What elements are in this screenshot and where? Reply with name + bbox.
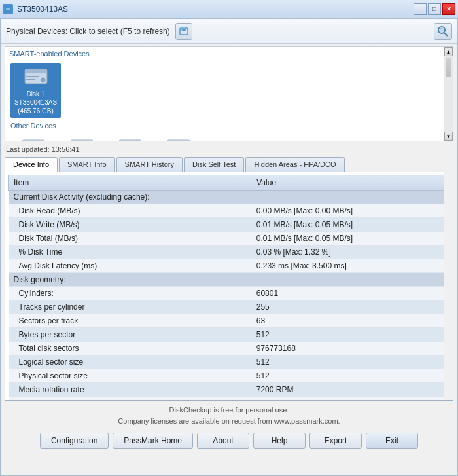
other-device-3[interactable] [107,132,153,141]
maximize-button[interactable]: □ [428,3,441,15]
bottom-bar: Configuration PassMark Home About Help E… [1,429,457,452]
table-row: Disk Write (MB/s)0.01 MB/s [Max: 0.05 MB… [9,218,450,232]
table-cell-value: 512 [251,356,450,369]
window-controls: − □ ✕ [414,3,455,15]
table-cell-value: 512 [251,328,450,342]
tab-smart-info[interactable]: SMART Info [59,157,115,172]
table-row: Disk geometry: [9,273,450,287]
svg-rect-4 [183,29,185,31]
smart-device-list: Disk 1 ST3500413AS (465.76 GB) [8,60,450,120]
col-item: Item [9,175,251,191]
table-row: Logical sector size512 [9,356,450,369]
other-device-4[interactable] [156,132,202,141]
scroll-down-button[interactable]: ▼ [444,132,453,141]
table-row: Bytes per sector512 [9,328,450,342]
tab-device-info[interactable]: Device Info [5,157,58,172]
svg-line-6 [444,33,448,36]
titlebar: ST3500413AS − □ ✕ [0,0,458,18]
minimize-button[interactable]: − [414,3,427,15]
table-scrollbar[interactable] [444,172,453,400]
smart-devices-label: SMART-enabled Devices [8,50,450,58]
scroll-track [444,56,453,132]
svg-rect-13 [26,76,39,77]
table-row: Cylinders:60801 [9,287,450,301]
table-cell-item: Total disk sectors [9,342,251,356]
toolbar: Physical Devices: Click to select (F5 to… [1,19,457,44]
svg-rect-11 [25,72,47,73]
tab-disk-self-test[interactable]: Disk Self Test [184,157,244,172]
refresh-button[interactable] [175,23,192,40]
other-disk-icon-1 [20,135,47,141]
svg-rect-15 [22,140,44,141]
search-icon [436,25,449,38]
svg-rect-21 [119,140,141,141]
footer-line2: Company licenses are available on reques… [6,416,452,427]
footer-info: DiskCheckup is free for personal use. Co… [1,401,457,429]
scroll-thumb[interactable] [446,58,451,77]
selected-disk-item[interactable]: Disk 1 ST3500413AS (465.76 GB) [10,63,61,118]
other-devices-label: Other Devices [9,122,449,130]
tab-hidden-areas[interactable]: Hidden Areas - HPA/DCO [245,157,344,172]
tab-smart-history[interactable]: SMART History [116,157,183,172]
table-cell-value: 512 [251,369,450,383]
table-cell-item: Cylinders: [9,287,251,301]
table-row: Total disk sectors976773168 [9,342,450,356]
table-cell-value: 0.233 ms [Max: 3.500 ms] [251,259,450,273]
other-device-2[interactable] [59,132,105,141]
col-value: Value [251,175,450,191]
export-button[interactable]: Export [309,433,362,449]
exit-button[interactable]: Exit [366,433,418,449]
device-panel-scrollbar[interactable]: ▲ ▼ [444,47,453,141]
tabs-container: Device Info SMART Info SMART History Dis… [1,155,457,172]
svg-rect-18 [71,140,93,141]
close-button[interactable]: ✕ [442,3,455,15]
table-cell-item: Avg Disk Latency (ms) [9,259,251,273]
table-row: Disk Total (MB/s)0.01 MB/s [Max: 0.05 MB… [9,232,450,246]
table-cell-value: 0.01 MB/s [Max: 0.05 MB/s] [251,232,450,246]
passmark-home-button[interactable]: PassMark Home [113,433,193,449]
table-row: Current Disk Activity (excluding cache): [9,191,450,204]
table-cell-value: 0.03 % [Max: 1.32 %] [251,246,450,259]
svg-rect-1 [6,8,10,10]
table-cell-value: 60801 [251,287,450,301]
other-disk-icon-2 [68,135,96,141]
table-row: Tracks per cylinder255 [9,301,450,314]
device-label: Disk 1 ST3500413AS (465.76 GB) [14,90,57,115]
table-cell-value: 7200 RPM [251,383,450,397]
configuration-button[interactable]: Configuration [40,433,109,449]
table-cell-item: % Disk Time [9,246,251,259]
last-updated: Last updated: 13:56:41 [1,144,457,155]
table-row: Avg Disk Latency (ms)0.233 ms [Max: 3.50… [9,259,450,273]
search-button[interactable] [434,23,452,40]
table-cell-value: 63 [251,314,450,328]
table-cell-value: 16384 KB [251,397,450,401]
toolbar-label: Physical Devices: Click to select (F5 to… [6,27,170,36]
help-button[interactable]: Help [253,433,306,449]
refresh-icon [179,26,189,37]
scroll-up-button[interactable]: ▲ [444,47,453,56]
table-cell-item: Disk Total (MB/s) [9,232,251,246]
svg-rect-24 [167,140,190,141]
footer-line1: DiskCheckup is free for personal use. [6,405,452,416]
table-cell-value: 255 [251,301,450,314]
table-cell-item: Disk Write (MB/s) [9,218,251,232]
table-cell-item: Logical sector size [9,356,251,369]
device-info-table: Item Value Current Disk Activity (exclud… [8,175,450,401]
table-cell-item: Sectors per track [9,314,251,328]
table-cell-value: 0.01 MB/s [Max: 0.05 MB/s] [251,218,450,232]
content-area: Item Value Current Disk Activity (exclud… [5,172,453,401]
disk-icon [22,65,50,88]
table-cell-item: Media rotation rate [9,383,251,397]
main-window: Physical Devices: Click to select (F5 to… [0,18,458,476]
table-row: Media rotation rate7200 RPM [9,383,450,397]
other-device-1[interactable] [10,132,56,141]
device-panel: SMART-enabled Devices Disk 1 ST3500413AS [5,46,453,141]
table-row: Sectors per track63 [9,314,450,328]
svg-rect-14 [26,79,35,80]
table-row: Buffer Size16384 KB [9,397,450,401]
app-icon [3,4,13,14]
table-cell-value: 0.00 MB/s [Max: 0.00 MB/s] [251,204,450,218]
table-row: Physical sector size512 [9,369,450,383]
other-device-list [8,131,450,141]
about-button[interactable]: About [197,433,249,449]
